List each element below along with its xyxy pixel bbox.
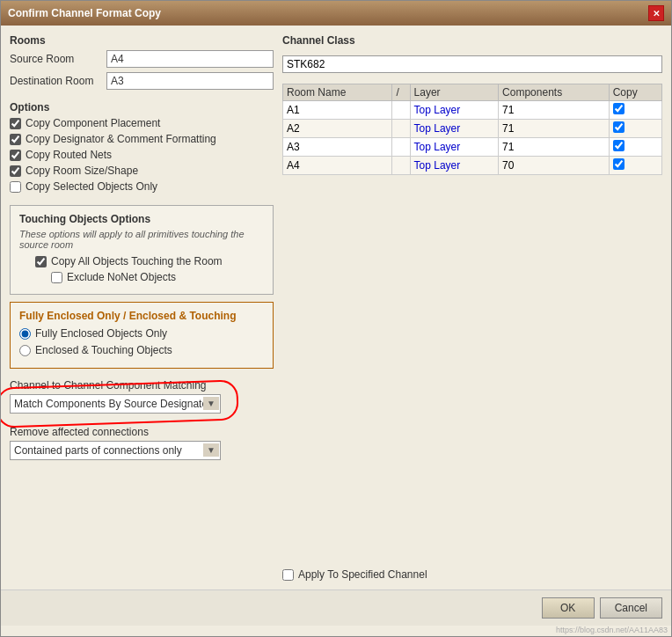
channel-matching-dropdown-container: Match Components By Source Designator Ma… xyxy=(10,394,221,414)
rooms-label: Rooms xyxy=(10,34,274,47)
close-button[interactable]: ✕ xyxy=(648,5,664,21)
remove-connections-section: Remove affected connections Contained pa… xyxy=(10,426,274,460)
exclude-nonet-checkbox[interactable] xyxy=(51,272,62,283)
left-panel: Rooms Source Room Destination Room Optio… xyxy=(10,34,274,581)
slash-cell xyxy=(392,101,410,120)
remove-connections-label: Remove affected connections xyxy=(10,426,274,438)
components-cell: 71 xyxy=(499,138,610,157)
copy-all-touching-row: Copy All Objects Touching the Room xyxy=(19,255,264,267)
copy-component-placement-checkbox[interactable] xyxy=(10,118,21,129)
copy-designator-label: Copy Designator & Comment Formatting xyxy=(26,133,216,145)
col-layer: Layer xyxy=(410,84,499,101)
copy-all-touching-label: Copy All Objects Touching the Room xyxy=(51,255,223,267)
footer: OK Cancel xyxy=(1,589,671,626)
ok-button[interactable]: OK xyxy=(542,597,595,619)
copy-selected-only-row: Copy Selected Objects Only xyxy=(10,180,274,193)
room-name-cell: A1 xyxy=(283,101,392,120)
slash-cell xyxy=(392,120,410,138)
content-area: Rooms Source Room Destination Room Optio… xyxy=(1,26,671,589)
table-row: A1 Top Layer 71 xyxy=(283,101,662,120)
exclude-nonet-label: Exclude NoNet Objects xyxy=(67,271,176,283)
options-section: Options Copy Component Placement Copy De… xyxy=(10,101,274,196)
remove-connections-select[interactable]: Contained parts of connections only All … xyxy=(10,441,221,460)
copy-designator-row: Copy Designator & Comment Formatting xyxy=(10,133,274,145)
destination-room-row: Destination Room xyxy=(10,72,274,90)
layer-cell: Top Layer xyxy=(410,157,499,175)
copy-component-placement-row: Copy Component Placement xyxy=(10,117,274,129)
enclosed-section: Fully Enclosed Only / Enclosed & Touchin… xyxy=(10,302,274,369)
copy-room-size-label: Copy Room Size/Shape xyxy=(26,165,138,177)
apply-specified-label: Apply To Specified Channel xyxy=(298,568,427,581)
right-panel: Channel Class Room Name / Layer Componen… xyxy=(282,34,662,581)
fully-enclosed-label: Fully Enclosed Objects Only xyxy=(35,327,167,340)
copy-room-size-checkbox[interactable] xyxy=(10,165,21,177)
copy-designator-checkbox[interactable] xyxy=(10,134,21,145)
watermark: https://blog.csdn.net/AA11AA83 xyxy=(1,626,671,636)
components-cell: 71 xyxy=(499,120,610,138)
copy-component-placement-label: Copy Component Placement xyxy=(26,117,160,129)
channel-class-table: Room Name / Layer Components Copy A1 Top… xyxy=(282,84,662,175)
table-row: A4 Top Layer 70 xyxy=(283,157,662,175)
copy-routed-nets-label: Copy Routed Nets xyxy=(26,149,112,161)
fully-enclosed-radio-row: Fully Enclosed Objects Only xyxy=(19,327,264,340)
window-title: Confirm Channel Format Copy xyxy=(8,7,161,19)
components-cell: 71 xyxy=(499,101,610,120)
options-label: Options xyxy=(10,101,274,113)
copy-checkbox-a2[interactable] xyxy=(613,121,625,133)
destination-room-label: Destination Room xyxy=(10,75,106,87)
copy-room-size-row: Copy Room Size/Shape xyxy=(10,165,274,177)
enclosed-title: Fully Enclosed Only / Enclosed & Touchin… xyxy=(19,310,264,322)
copy-routed-nets-checkbox[interactable] xyxy=(10,150,21,161)
enclosed-touching-radio-row: Enclosed & Touching Objects xyxy=(19,344,264,356)
copy-cell xyxy=(609,157,661,175)
channel-matching-section: Channel to Channel Component Matching Ma… xyxy=(10,379,274,414)
layer-cell: Top Layer xyxy=(410,138,499,157)
room-name-cell: A4 xyxy=(283,157,392,175)
copy-checkbox-a3[interactable] xyxy=(613,140,625,151)
source-room-label: Source Room xyxy=(10,53,106,65)
layer-cell: Top Layer xyxy=(410,101,499,120)
copy-all-touching-checkbox[interactable] xyxy=(35,256,47,267)
copy-cell xyxy=(609,101,661,120)
channel-class-input[interactable] xyxy=(282,55,662,73)
touching-options-section: Touching Objects Options These options w… xyxy=(10,205,274,295)
table-row: A3 Top Layer 71 xyxy=(283,138,662,157)
touching-options-title: Touching Objects Options xyxy=(19,213,264,225)
col-slash: / xyxy=(392,84,410,101)
copy-cell xyxy=(609,120,661,138)
exclude-nonet-row: Exclude NoNet Objects xyxy=(19,271,264,283)
enclosed-touching-radio[interactable] xyxy=(19,345,31,356)
cancel-button[interactable]: Cancel xyxy=(600,597,662,619)
rooms-section: Rooms Source Room Destination Room xyxy=(10,34,274,94)
channel-matching-select[interactable]: Match Components By Source Designator Ma… xyxy=(10,394,221,414)
channel-matching-label: Channel to Channel Component Matching xyxy=(10,379,274,392)
components-cell: 70 xyxy=(499,157,610,175)
destination-room-input[interactable] xyxy=(106,72,274,90)
channel-matching-highlight: Match Components By Source Designator Ma… xyxy=(10,394,221,414)
title-bar: Confirm Channel Format Copy ✕ xyxy=(1,1,671,26)
table-row: A2 Top Layer 71 xyxy=(283,120,662,138)
copy-cell xyxy=(609,138,661,157)
room-name-cell: A2 xyxy=(283,120,392,138)
col-copy: Copy xyxy=(609,84,661,101)
col-components: Components xyxy=(499,84,610,101)
col-room-name: Room Name xyxy=(283,84,392,101)
touching-options-desc: These options will apply to all primitiv… xyxy=(19,229,264,250)
source-room-row: Source Room xyxy=(10,50,274,68)
copy-selected-only-checkbox[interactable] xyxy=(10,181,21,193)
remove-connections-dropdown-container: Contained parts of connections only All … xyxy=(10,441,221,460)
layer-cell: Top Layer xyxy=(410,120,499,138)
apply-row: Apply To Specified Channel xyxy=(282,563,662,581)
slash-cell xyxy=(392,138,410,157)
apply-specified-checkbox[interactable] xyxy=(282,569,294,581)
main-window: Confirm Channel Format Copy ✕ Rooms Sour… xyxy=(0,0,672,637)
copy-selected-only-label: Copy Selected Objects Only xyxy=(26,180,157,193)
fully-enclosed-radio[interactable] xyxy=(19,328,31,340)
channel-class-label: Channel Class xyxy=(282,34,662,47)
source-room-input[interactable] xyxy=(106,50,274,68)
slash-cell xyxy=(392,157,410,175)
copy-routed-nets-row: Copy Routed Nets xyxy=(10,149,274,161)
copy-checkbox-a1[interactable] xyxy=(613,103,625,114)
copy-checkbox-a4[interactable] xyxy=(613,158,625,170)
room-name-cell: A3 xyxy=(283,138,392,157)
